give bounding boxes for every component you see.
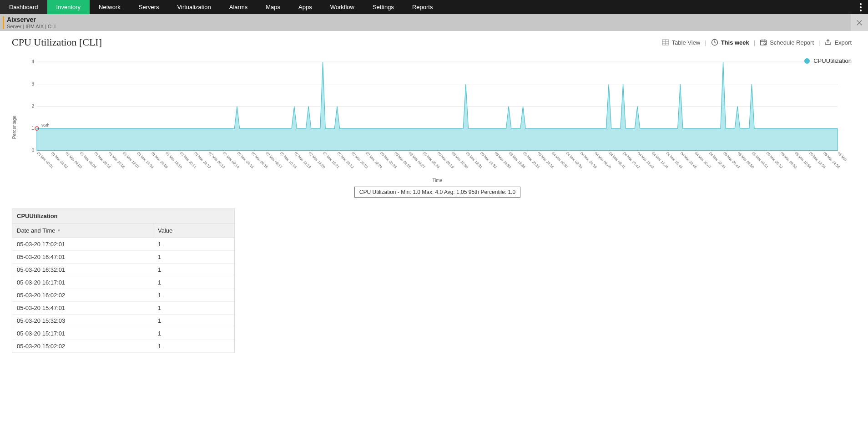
cell-date: 05-03-20 16:32:01 [12, 264, 153, 276]
svg-text:4: 4 [31, 59, 34, 64]
svg-text:2: 2 [31, 104, 34, 109]
sort-desc-icon: ▼ [57, 229, 61, 233]
accent-bar [3, 16, 4, 29]
nav-settings[interactable]: Settings [363, 0, 403, 14]
svg-text:1: 1 [31, 126, 34, 131]
table-row[interactable]: 05-03-20 15:32:031 [12, 315, 234, 327]
table-row[interactable]: 05-03-20 16:47:011 [12, 251, 234, 264]
svg-text:3: 3 [31, 81, 34, 86]
device-title: Aixserver [7, 16, 56, 23]
x-axis-label: Time [19, 178, 856, 183]
chart-container: CPUUtilization Percentage 0123495th01 Ma… [12, 53, 856, 198]
cell-date: 05-03-20 15:02:02 [12, 340, 153, 352]
nav-maps[interactable]: Maps [257, 0, 289, 14]
schedule-report-label: Schedule Report [770, 39, 814, 46]
cell-date: 05-03-20 15:47:01 [12, 302, 153, 314]
table-row[interactable]: 05-03-20 16:17:011 [12, 276, 234, 289]
export-button[interactable]: Export [820, 39, 856, 46]
nav-reports[interactable]: Reports [403, 0, 442, 14]
date-range-label: This week [721, 39, 749, 46]
cell-date: 05-03-20 17:02:01 [12, 238, 153, 250]
table-title: CPUUtilization [12, 209, 234, 224]
nav-network[interactable]: Network [90, 0, 130, 14]
cell-date: 05-03-20 16:17:01 [12, 276, 153, 289]
top-navbar: Dashboard Inventory Network Servers Virt… [0, 0, 868, 14]
nav-virtualization[interactable]: Virtualization [168, 0, 220, 14]
cell-value: 1 [153, 238, 166, 250]
schedule-report-button[interactable]: Schedule Report [755, 39, 818, 46]
cell-date: 05-03-20 15:17:01 [12, 327, 153, 340]
cell-value: 1 [153, 276, 166, 289]
cell-date: 05-03-20 16:47:01 [12, 251, 153, 263]
table-row[interactable]: 05-03-20 16:32:011 [12, 264, 234, 276]
chart-stats: CPU Utilization - Min: 1.0 Max: 4.0 Avg:… [354, 187, 520, 198]
table-row[interactable]: 05-03-20 15:02:021 [12, 340, 234, 353]
breadcrumb-bar: Aixserver Server | IBM AIX | CLI [0, 14, 868, 31]
cell-value: 1 [153, 315, 166, 327]
chart-legend[interactable]: CPUUtilization [804, 57, 852, 64]
legend-label: CPUUtilization [813, 57, 852, 64]
table-row[interactable]: 05-03-20 15:17:011 [12, 327, 234, 340]
breadcrumb: Server | IBM AIX | CLI [7, 24, 56, 29]
cell-value: 1 [153, 289, 166, 301]
legend-dot [804, 58, 810, 64]
date-range-button[interactable]: This week [707, 39, 754, 46]
svg-text:95th: 95th [41, 123, 50, 127]
nav-servers[interactable]: Servers [130, 0, 168, 14]
table-row[interactable]: 05-03-20 16:02:021 [12, 289, 234, 302]
cell-date: 05-03-20 15:32:03 [12, 315, 153, 327]
export-icon [824, 39, 832, 46]
nav-alarms[interactable]: Alarms [220, 0, 257, 14]
nav-apps[interactable]: Apps [289, 0, 321, 14]
svg-point-3 [764, 43, 766, 45]
cell-value: 1 [153, 264, 166, 276]
table-header: Date and Time ▼ Value [12, 224, 234, 238]
table-icon [662, 39, 669, 46]
cell-value: 1 [153, 302, 166, 314]
calendar-icon [760, 39, 767, 46]
close-button[interactable] [851, 14, 868, 31]
cell-value: 1 [153, 340, 166, 352]
area-chart[interactable]: 0123495th01 Mar 00:0101 Mar 02:0201 Mar … [19, 57, 847, 176]
table-row[interactable]: 05-03-20 17:02:011 [12, 238, 234, 251]
nav-workflow[interactable]: Workflow [321, 0, 363, 14]
svg-text:0: 0 [31, 148, 34, 153]
page-title: CPU Utilization [CLI] [12, 36, 102, 48]
col-date-time-label: Date and Time [17, 227, 56, 234]
col-date-time[interactable]: Date and Time ▼ [12, 224, 153, 238]
page-actions: Table View | This week | Schedule Report… [657, 39, 856, 46]
table-row[interactable]: 05-03-20 15:47:011 [12, 302, 234, 315]
cell-value: 1 [153, 251, 166, 263]
cell-date: 05-03-20 16:02:02 [12, 289, 153, 301]
clock-icon [711, 39, 718, 46]
nav-dashboard[interactable]: Dashboard [0, 0, 47, 14]
table-view-label: Table View [672, 39, 701, 46]
cell-value: 1 [153, 327, 166, 340]
more-menu-icon[interactable] [856, 0, 865, 14]
nav-inventory[interactable]: Inventory [47, 0, 90, 14]
y-axis-label: Percentage [12, 116, 17, 139]
col-value[interactable]: Value [153, 224, 177, 238]
data-table: CPUUtilization Date and Time ▼ Value 05-… [12, 208, 235, 353]
export-label: Export [834, 39, 852, 46]
table-view-button[interactable]: Table View [657, 39, 705, 46]
